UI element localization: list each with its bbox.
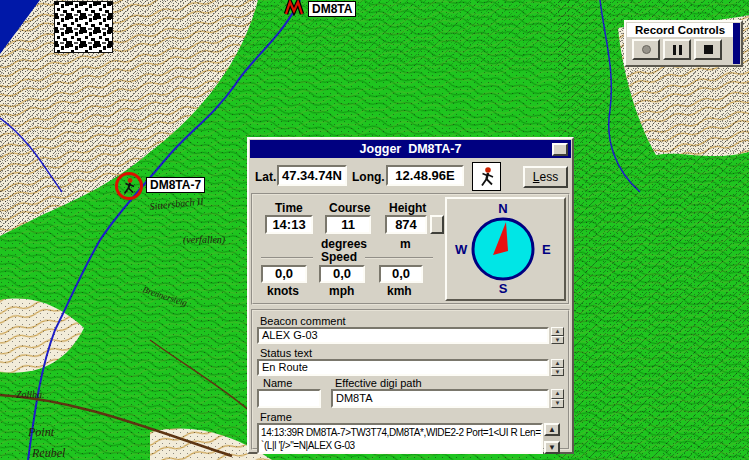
course-unit-label: degrees: [321, 237, 367, 251]
speed-label: Speed: [321, 250, 357, 264]
digi-w-icon[interactable]: [283, 0, 305, 16]
less-button[interactable]: Less: [523, 166, 568, 188]
knots-label: knots: [267, 284, 299, 298]
time-field[interactable]: 14:13: [265, 215, 313, 234]
lat-label: Lat.: [255, 170, 276, 184]
map-label: Point: [27, 425, 55, 439]
record-controls-window: Record Controls: [624, 20, 743, 67]
compass-s: S: [499, 281, 508, 295]
jogger-ring[interactable]: [115, 172, 143, 200]
course-label: Course: [329, 201, 370, 215]
beacon-comment-field[interactable]: ALEX G-03: [257, 327, 549, 344]
pause-button[interactable]: [663, 39, 691, 60]
map-label: Zollha.: [16, 389, 45, 400]
stop-icon: [704, 45, 713, 54]
digi-path-spinner[interactable]: ▲▼: [551, 389, 564, 408]
station-label-dm8ta[interactable]: DM8TA: [308, 1, 356, 17]
runner-icon: [121, 177, 137, 195]
symbol-box: [472, 162, 501, 191]
status-text-field[interactable]: En Route: [257, 359, 549, 376]
frame-label: Frame: [260, 411, 292, 423]
pause-icon: [673, 45, 682, 55]
speed-knots-field[interactable]: 0,0: [261, 265, 307, 283]
dialog-titlebar[interactable]: Jogger DM8TA-7: [250, 140, 571, 158]
speed-kmh-field[interactable]: 0,0: [379, 265, 423, 283]
frame-box[interactable]: 14:13:39R DM8TA-7>TW3T74,DM8TA*,WIDE2-2 …: [257, 423, 543, 454]
digi-path-label: Effective digi path: [335, 377, 422, 389]
frame-line-1: 14:13:39R DM8TA-7>TW3T74,DM8TA*,WIDE2-2 …: [261, 426, 539, 439]
beacon-comment-spinner[interactable]: ▲▼: [551, 327, 564, 344]
titlebar-button[interactable]: [552, 143, 568, 156]
jogger-dialog: Jogger DM8TA-7 Lat. 47.34.74N Long. 12.4…: [247, 137, 574, 454]
name-field[interactable]: [257, 389, 321, 408]
text-panel: Beacon comment ALEX G-03 ▲▼ Status text …: [251, 309, 570, 450]
compass-panel: N W E S: [445, 197, 566, 301]
status-text-label: Status text: [260, 347, 312, 359]
frame-scrollbar[interactable]: ▲ ▼: [544, 423, 560, 454]
record-controls-titlebar-strip[interactable]: [733, 23, 740, 64]
status-text-spinner[interactable]: ▲▼: [551, 359, 564, 376]
time-label: Time: [275, 201, 303, 215]
speed-rule-right: [365, 257, 433, 259]
station-dm8ta-7[interactable]: DM8TA-7: [115, 172, 143, 200]
long-field[interactable]: 12.48.96E: [386, 165, 464, 186]
dialog-title: Jogger DM8TA-7: [360, 142, 462, 156]
record-button[interactable]: [632, 39, 660, 60]
height-label: Height: [389, 201, 426, 215]
map-noise-thumbnail: [55, 2, 112, 52]
compass-e: E: [542, 242, 551, 257]
record-controls-title: Record Controls: [627, 23, 733, 37]
stop-button[interactable]: [694, 39, 722, 60]
speed-rule-left: [261, 257, 313, 259]
scroll-down-button[interactable]: ▼: [544, 441, 560, 454]
digi-path-field[interactable]: DM8TA: [331, 389, 549, 408]
map-label: (verfallen): [183, 234, 226, 246]
screen: Sittersbach II (verfallen) Brennersteig …: [0, 0, 749, 460]
name-label: Name: [263, 377, 292, 389]
beacon-comment-label: Beacon comment: [260, 315, 346, 327]
mph-label: mph: [329, 284, 354, 298]
compass-n: N: [498, 201, 507, 216]
map-label: Reubel: [31, 446, 66, 460]
record-icon: [642, 45, 651, 54]
kmh-label: kmh: [387, 284, 412, 298]
course-field[interactable]: 11: [325, 215, 371, 234]
motion-panel: Time Course Height 14:13 11 874 degrees …: [251, 193, 570, 305]
frame-line-2: `(L|l '[/>"=N|ALEX G-03: [261, 439, 539, 452]
lat-field[interactable]: 47.34.74N: [277, 165, 347, 186]
map-corner-triangle: [0, 0, 40, 54]
compass: N W E S: [447, 199, 560, 295]
station-label-dm8ta-7[interactable]: DM8TA-7: [146, 177, 205, 193]
long-label: Long.: [352, 170, 385, 184]
height-unit-label: m: [400, 237, 411, 251]
height-field[interactable]: 874: [385, 215, 427, 234]
speed-mph-field[interactable]: 0,0: [319, 265, 365, 283]
height-mini-button[interactable]: [430, 215, 444, 234]
runner-icon: [478, 166, 496, 187]
scroll-up-button[interactable]: ▲: [544, 423, 560, 436]
compass-w: W: [455, 242, 468, 257]
